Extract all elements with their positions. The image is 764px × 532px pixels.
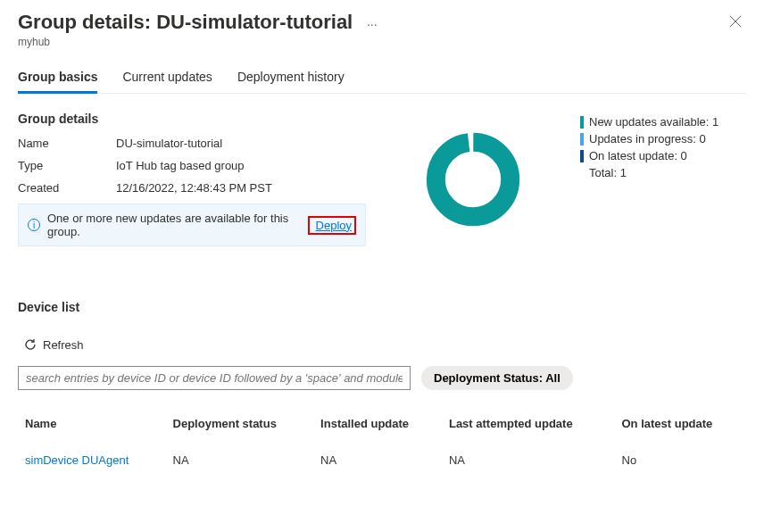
donut-chart bbox=[402, 112, 544, 246]
cell-on-latest: No bbox=[615, 443, 747, 478]
tabs: Group basics Current updates Deployment … bbox=[18, 62, 746, 94]
legend-total-label: Total: 1 bbox=[589, 166, 627, 179]
group-details-title: Group details bbox=[18, 112, 366, 126]
col-installed-update[interactable]: Installed update bbox=[313, 408, 442, 443]
field-type: Type IoT Hub tag based group bbox=[18, 159, 366, 172]
header: Group details: DU-simulator-tutorial ···… bbox=[18, 11, 746, 48]
info-icon: i bbox=[28, 219, 40, 231]
name-value: DU-simulator-tutorial bbox=[116, 137, 366, 150]
swatch-latest-icon bbox=[580, 150, 584, 162]
group-details-col: Group details Name DU-simulator-tutorial… bbox=[18, 112, 366, 246]
refresh-icon bbox=[23, 337, 37, 352]
legend: New updates available: 1 Updates in prog… bbox=[580, 112, 746, 246]
info-message: One or more new updates are available fo… bbox=[47, 212, 308, 238]
col-last-attempted[interactable]: Last attempted update bbox=[442, 408, 615, 443]
legend-in-progress: Updates in progress: 0 bbox=[580, 132, 746, 145]
deployment-status-filter[interactable]: Deployment Status: All bbox=[421, 366, 573, 390]
filter-row: Deployment Status: All bbox=[18, 366, 746, 390]
group-details-row: Group details Name DU-simulator-tutorial… bbox=[18, 112, 746, 246]
legend-total: Total: 1 bbox=[580, 166, 746, 179]
swatch-progress-icon bbox=[580, 133, 584, 145]
col-deployment-status[interactable]: Deployment status bbox=[166, 408, 314, 443]
table-row: simDevice DUAgent NA NA NA No bbox=[18, 443, 746, 478]
table-header-row: Name Deployment status Installed update … bbox=[18, 408, 746, 443]
device-list-title: Device list bbox=[18, 300, 746, 314]
legend-progress-label: Updates in progress: 0 bbox=[589, 132, 706, 145]
device-table: Name Deployment status Installed update … bbox=[18, 408, 746, 478]
info-bar: i One or more new updates are available … bbox=[18, 204, 366, 246]
cell-deployment-status: NA bbox=[166, 443, 314, 478]
more-icon[interactable]: ··· bbox=[367, 17, 378, 31]
donut-svg bbox=[424, 130, 522, 229]
page-title: Group details: DU-simulator-tutorial bbox=[18, 11, 353, 33]
device-name-link[interactable]: simDevice DUAgent bbox=[18, 443, 166, 478]
refresh-label: Refresh bbox=[43, 338, 84, 352]
cell-last-attempted: NA bbox=[442, 443, 615, 478]
swatch-new-icon bbox=[580, 116, 584, 129]
legend-latest-label: On latest update: 0 bbox=[589, 149, 687, 162]
header-left: Group details: DU-simulator-tutorial ···… bbox=[18, 11, 725, 48]
cell-installed-update: NA bbox=[313, 443, 442, 478]
legend-new-updates: New updates available: 1 bbox=[580, 115, 746, 129]
close-icon[interactable] bbox=[725, 11, 746, 37]
field-name: Name DU-simulator-tutorial bbox=[18, 137, 366, 150]
deploy-highlight: Deploy bbox=[308, 216, 356, 235]
col-on-latest[interactable]: On latest update bbox=[615, 408, 747, 443]
device-list-section: Device list Refresh Deployment Status: A… bbox=[18, 300, 746, 478]
legend-new-label: New updates available: 1 bbox=[589, 115, 718, 129]
tab-deployment-history[interactable]: Deployment history bbox=[237, 62, 345, 93]
field-created: Created 12/16/2022, 12:48:43 PM PST bbox=[18, 181, 366, 195]
type-label: Type bbox=[18, 159, 116, 172]
col-name[interactable]: Name bbox=[18, 408, 166, 443]
legend-on-latest: On latest update: 0 bbox=[580, 149, 746, 162]
svg-point-1 bbox=[447, 154, 499, 205]
search-input[interactable] bbox=[18, 366, 411, 390]
name-label: Name bbox=[18, 137, 116, 150]
tab-group-basics[interactable]: Group basics bbox=[18, 62, 97, 93]
created-label: Created bbox=[18, 181, 116, 195]
created-value: 12/16/2022, 12:48:43 PM PST bbox=[116, 181, 366, 195]
deploy-link[interactable]: Deploy bbox=[316, 219, 352, 232]
tab-current-updates[interactable]: Current updates bbox=[122, 62, 212, 93]
type-value: IoT Hub tag based group bbox=[116, 159, 366, 172]
refresh-button[interactable]: Refresh bbox=[23, 337, 84, 352]
page-subtitle: myhub bbox=[18, 36, 725, 48]
